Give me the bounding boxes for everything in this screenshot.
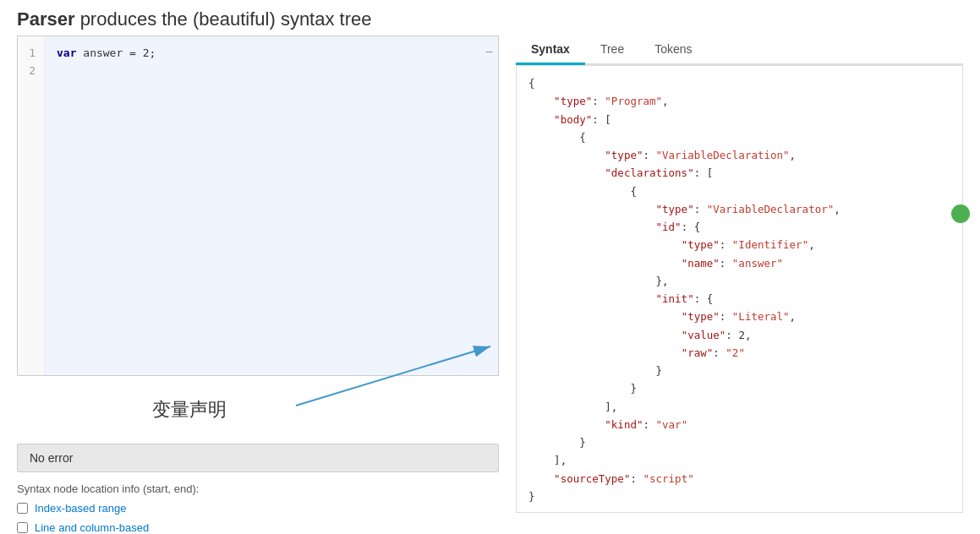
checkbox-row-2: Line and column-based [17, 521, 499, 534]
left-panel: 1 2 var answer = 2; − [17, 35, 499, 534]
right-panel: Syntax Tree Tokens { "type": "Program", … [516, 35, 963, 534]
tabs: Syntax Tree Tokens [516, 35, 963, 65]
code-content[interactable]: var answer = 2; [45, 36, 498, 375]
title-suffix: produces the (beautiful) syntax tree [75, 8, 372, 30]
title-prefix: Parser [17, 8, 75, 30]
line-num-2: 2 [26, 63, 36, 80]
json-content: { "type": "Program", "body": [ { "type":… [528, 74, 950, 505]
syntax-info-label: Syntax node location info (start, end): [17, 482, 499, 495]
error-text: No error [30, 451, 73, 465]
code-line-1: var answer = 2; [57, 45, 486, 63]
checkbox-label-line-col[interactable]: Line and column-based [35, 521, 149, 534]
checkbox-row-1: Index-based range [17, 502, 499, 515]
line-num-1: 1 [26, 45, 36, 63]
code-editor[interactable]: 1 2 var answer = 2; − [17, 35, 499, 376]
tab-tokens[interactable]: Tokens [639, 35, 707, 65]
annotation-area: 变量声明 [17, 376, 499, 444]
syntax-info: Syntax node location info (start, end): … [17, 482, 499, 534]
error-box: No error [17, 444, 499, 472]
checkbox-label-index-range[interactable]: Index-based range [35, 502, 126, 515]
line-numbers: 1 2 [18, 36, 45, 375]
green-circle-icon [951, 204, 970, 223]
collapse-icon[interactable]: − [485, 45, 493, 60]
checkbox-line-col[interactable] [17, 522, 28, 533]
annotation-label: 变量声明 [152, 397, 227, 422]
checkbox-index-range[interactable] [17, 503, 28, 514]
json-output[interactable]: { "type": "Program", "body": [ { "type":… [516, 65, 963, 513]
page-title: Parser produces the (beautiful) syntax t… [0, 0, 980, 35]
tab-tree[interactable]: Tree [585, 35, 639, 65]
tab-syntax[interactable]: Syntax [516, 35, 585, 65]
